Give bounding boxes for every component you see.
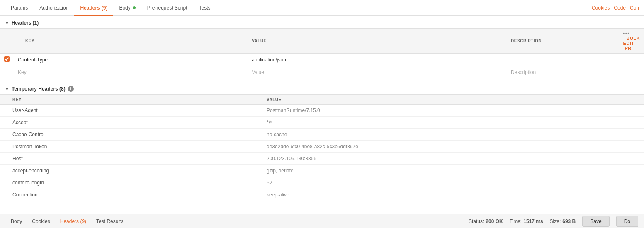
row-key-cell[interactable]: Content-Type	[14, 54, 248, 66]
temp-col-empty	[0, 95, 8, 105]
temp-row-empty-5	[0, 165, 8, 177]
temp-row-key-5[interactable]: accept-encoding	[8, 165, 262, 177]
temp-row-key-2[interactable]: Cache-Control	[8, 129, 262, 141]
col-more-header: ••• Bulk Edit Pr	[619, 29, 644, 54]
tab-body[interactable]: Body	[113, 0, 141, 16]
row-checkbox-cell[interactable]	[0, 54, 14, 66]
temp-row-value-3: de3e2dde-6fc0-4be8-a82c-5c3b5ddf397e	[262, 141, 644, 153]
table-row: User-Agent PostmanRuntime/7.15.0	[0, 105, 644, 117]
more-dots-icon[interactable]: •••	[623, 31, 630, 36]
table-row: accept-encoding gzip, deflate	[0, 165, 644, 177]
temp-headers-table: KEY VALUE User-Agent PostmanRuntime/7.15…	[0, 94, 644, 201]
temp-row-empty-3	[0, 141, 8, 153]
row-checkbox[interactable]	[4, 56, 10, 62]
table-row: Cache-Control no-cache	[0, 129, 644, 141]
tab-headers[interactable]: Headers(9)	[74, 0, 113, 16]
placeholder-key-cell[interactable]: Key	[14, 66, 248, 78]
row-desc-cell[interactable]	[507, 54, 619, 66]
table-row-placeholder: Key Value Description	[0, 66, 644, 78]
temp-col-value-header: VALUE	[262, 95, 644, 105]
row-more-cell	[619, 54, 644, 66]
tabs-right-links: Cookies Code Con	[592, 5, 639, 11]
temp-row-value-6: 62	[262, 177, 644, 189]
table-row: Connection keep-alive	[0, 189, 644, 201]
collapse-arrow-temp[interactable]: ▼	[5, 87, 9, 91]
placeholder-checkbox-cell	[0, 66, 14, 78]
main-content: ▼ Headers (1) KEY VALUE DESCRIPTION ••• …	[0, 16, 644, 214]
temp-row-key-1[interactable]: Accept	[8, 117, 262, 129]
tab-tests[interactable]: Tests	[193, 0, 216, 16]
placeholder-value-cell[interactable]: Value	[248, 66, 507, 78]
table-row: Content-Type application/json	[0, 54, 644, 66]
temp-row-value-1: */*	[262, 117, 644, 129]
placeholder-more-cell	[619, 66, 644, 78]
temp-row-empty-4	[0, 153, 8, 165]
temp-row-value-0: PostmanRuntime/7.15.0	[262, 105, 644, 117]
temp-row-value-5: gzip, deflate	[262, 165, 644, 177]
pr-link[interactable]: Pr	[625, 46, 631, 51]
temp-row-value-4: 200.123.105.130:3355	[262, 153, 644, 165]
temp-row-value-7: keep-alive	[262, 189, 644, 201]
temp-row-key-0[interactable]: User-Agent	[8, 105, 262, 117]
code-link[interactable]: Code	[614, 5, 626, 11]
table-row: Host 200.123.105.130:3355	[0, 153, 644, 165]
body-dot	[133, 6, 136, 9]
placeholder-desc-cell[interactable]: Description	[507, 66, 619, 78]
temp-row-key-7[interactable]: Connection	[8, 189, 262, 201]
col-checkbox	[0, 29, 14, 54]
temp-row-key-4[interactable]: Host	[8, 153, 262, 165]
temp-headers-title: Temporary Headers (8)	[12, 86, 66, 92]
temp-row-empty-0	[0, 105, 8, 117]
tab-authorization[interactable]: Authorization	[34, 0, 74, 16]
table-row: Postman-Token de3e2dde-6fc0-4be8-a82c-5c…	[0, 141, 644, 153]
temp-row-key-3[interactable]: Postman-Token	[8, 141, 262, 153]
row-value-cell[interactable]: application/json	[248, 54, 507, 66]
headers-section-title: Headers (1)	[12, 20, 39, 26]
temp-col-key-header: KEY	[8, 95, 262, 105]
bulk-edit-button[interactable]: Bulk Edit	[623, 36, 640, 46]
col-desc-header: DESCRIPTION	[507, 29, 619, 54]
temp-headers-section-header: ▼ Temporary Headers (8) i	[0, 82, 644, 94]
temp-row-value-2: no-cache	[262, 129, 644, 141]
cookies-link[interactable]: Cookies	[592, 5, 610, 11]
collapse-arrow-headers[interactable]: ▼	[5, 21, 9, 25]
table-row: content-length 62	[0, 177, 644, 189]
temp-row-empty-2	[0, 129, 8, 141]
tab-params[interactable]: Params	[5, 0, 34, 16]
col-key-header: KEY	[14, 29, 248, 54]
con-link[interactable]: Con	[630, 5, 639, 11]
temp-row-empty-7	[0, 189, 8, 201]
temp-row-empty-6	[0, 177, 8, 189]
info-icon[interactable]: i	[68, 86, 74, 92]
headers-section-header: ▼ Headers (1)	[0, 16, 644, 28]
temp-row-empty-1	[0, 117, 8, 129]
temp-row-key-6[interactable]: content-length	[8, 177, 262, 189]
headers-table: KEY VALUE DESCRIPTION ••• Bulk Edit Pr	[0, 28, 644, 78]
tabs-bar: Params Authorization Headers(9) Body Pre…	[0, 0, 644, 16]
col-value-header: VALUE	[248, 29, 507, 54]
tab-prerequest[interactable]: Pre-request Script	[141, 0, 193, 16]
table-row: Accept */*	[0, 117, 644, 129]
